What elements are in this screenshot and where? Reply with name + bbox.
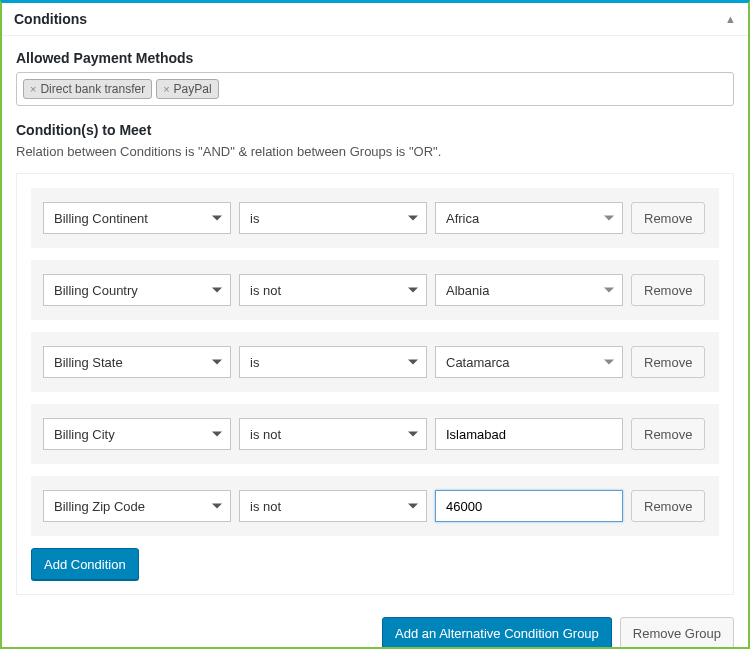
relation-text: Relation between Conditions is "AND" & r…	[16, 144, 734, 159]
operator-value: is	[250, 355, 259, 370]
operator-value: is not	[250, 499, 281, 514]
tag-label: Direct bank transfer	[40, 82, 145, 96]
value-text: Catamarca	[446, 355, 510, 370]
conditions-heading: Condition(s) to Meet	[16, 122, 734, 138]
payment-tag: × PayPal	[156, 79, 218, 99]
remove-button[interactable]: Remove	[631, 418, 705, 450]
add-group-button[interactable]: Add an Alternative Condition Group	[382, 617, 612, 649]
tag-label: PayPal	[174, 82, 212, 96]
condition-row: Billing Continent is Africa Remove	[31, 188, 719, 248]
panel-title: Conditions	[14, 11, 87, 27]
payment-tag: × Direct bank transfer	[23, 79, 152, 99]
field-value: Billing City	[54, 427, 115, 442]
allowed-methods-label: Allowed Payment Methods	[16, 50, 734, 66]
remove-button[interactable]: Remove	[631, 346, 705, 378]
condition-group: Billing Continent is Africa Remove Billi…	[16, 173, 734, 595]
field-value: Billing Zip Code	[54, 499, 145, 514]
remove-button[interactable]: Remove	[631, 274, 705, 306]
field-value: Billing Continent	[54, 211, 148, 226]
add-condition-row: Add Condition	[31, 548, 719, 580]
panel-body: Allowed Payment Methods × Direct bank tr…	[2, 36, 748, 617]
operator-value: is not	[250, 427, 281, 442]
value-select[interactable]: Catamarca	[435, 346, 623, 378]
value-input[interactable]	[435, 418, 623, 450]
add-condition-button[interactable]: Add Condition	[31, 548, 139, 580]
operator-select[interactable]: is not	[239, 274, 427, 306]
remove-button[interactable]: Remove	[631, 202, 705, 234]
conditions-panel: Conditions ▲ Allowed Payment Methods × D…	[0, 0, 750, 649]
value-select[interactable]: Africa	[435, 202, 623, 234]
collapse-icon[interactable]: ▲	[725, 13, 736, 25]
operator-value: is	[250, 211, 259, 226]
field-value: Billing State	[54, 355, 123, 370]
value-text: Africa	[446, 211, 479, 226]
operator-select[interactable]: is not	[239, 418, 427, 450]
value-input[interactable]	[435, 490, 623, 522]
group-footer: Add an Alternative Condition Group Remov…	[2, 617, 748, 649]
remove-group-button[interactable]: Remove Group	[620, 617, 734, 649]
operator-select[interactable]: is	[239, 346, 427, 378]
value-select[interactable]: Albania	[435, 274, 623, 306]
close-icon[interactable]: ×	[30, 83, 36, 95]
field-value: Billing Country	[54, 283, 138, 298]
condition-row: Billing City is not Remove	[31, 404, 719, 464]
operator-select[interactable]: is not	[239, 490, 427, 522]
field-select[interactable]: Billing Zip Code	[43, 490, 231, 522]
allowed-methods-input[interactable]: × Direct bank transfer × PayPal	[16, 72, 734, 106]
field-select[interactable]: Billing City	[43, 418, 231, 450]
close-icon[interactable]: ×	[163, 83, 169, 95]
condition-row: Billing State is Catamarca Remove	[31, 332, 719, 392]
condition-row: Billing Zip Code is not Remove	[31, 476, 719, 536]
operator-select[interactable]: is	[239, 202, 427, 234]
operator-value: is not	[250, 283, 281, 298]
panel-header: Conditions ▲	[2, 3, 748, 36]
remove-button[interactable]: Remove	[631, 490, 705, 522]
condition-row: Billing Country is not Albania Remove	[31, 260, 719, 320]
field-select[interactable]: Billing State	[43, 346, 231, 378]
field-select[interactable]: Billing Continent	[43, 202, 231, 234]
field-select[interactable]: Billing Country	[43, 274, 231, 306]
value-text: Albania	[446, 283, 489, 298]
